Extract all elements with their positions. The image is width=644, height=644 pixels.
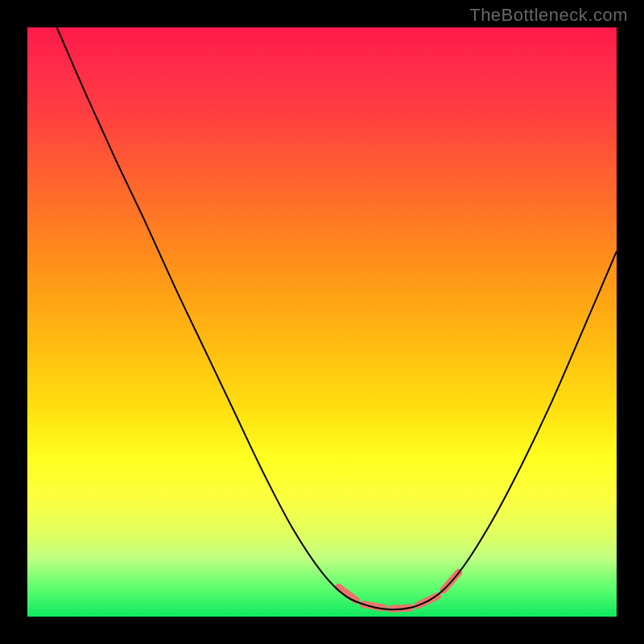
chart-container: TheBottleneck.com: [0, 0, 644, 644]
attribution-text: TheBottleneck.com: [469, 5, 628, 26]
plot-area: [27, 27, 617, 617]
